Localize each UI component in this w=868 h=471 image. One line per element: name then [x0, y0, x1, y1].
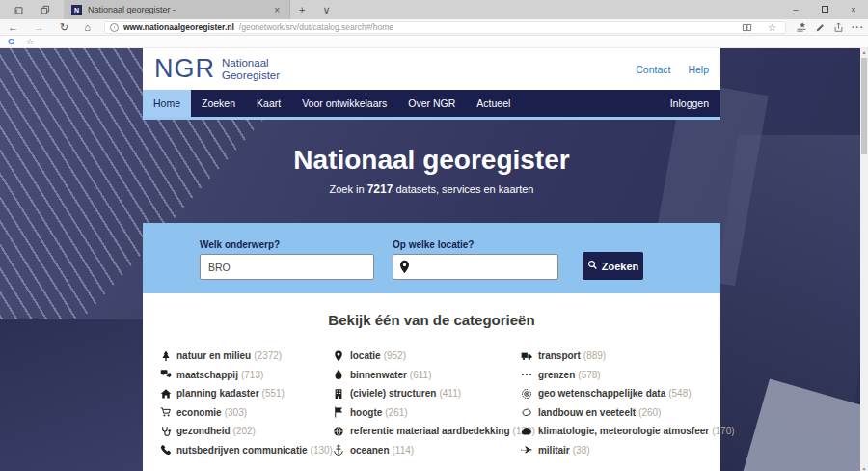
refresh-icon[interactable]: ↻ — [52, 21, 76, 34]
browser-titlebar: N Nationaal georegister - × + ∨ – × — [0, 0, 868, 19]
nav-items: HomeZoekenKaartVoor ontwikkelaarsOver NG… — [143, 90, 521, 117]
category-item[interactable]: grenzen(578) — [521, 366, 735, 385]
category-item[interactable]: hoogte(261) — [333, 403, 521, 423]
hub-favorites-icon[interactable] — [792, 21, 811, 33]
category-item[interactable]: economie(303) — [159, 403, 333, 423]
site-favicon: N — [71, 5, 82, 15]
subtitle-suffix: datasets, services en kaarten — [393, 183, 533, 195]
category-label: landbouw en veeteelt — [538, 407, 636, 418]
category-item[interactable]: klimatologie, meteorologie atmosfeer(170… — [521, 422, 735, 441]
browser-tab[interactable]: N Nationaal georegister - × — [64, 0, 290, 19]
search-button[interactable]: Zoeken — [583, 252, 643, 280]
category-item[interactable]: geo wetenschappelijke data(548) — [521, 384, 735, 403]
nav-item-actueel[interactable]: Actueel — [466, 90, 521, 117]
tree-icon — [159, 350, 172, 362]
category-item[interactable]: locatie(952) — [333, 346, 521, 366]
set-tabs-aside-icon[interactable] — [10, 5, 28, 15]
contact-link[interactable]: Contact — [636, 64, 670, 75]
category-count: (114) — [393, 445, 415, 456]
scrollbar-down-icon[interactable]: ▼ — [860, 465, 868, 471]
stethoscope-icon — [159, 426, 172, 437]
category-label: grenzen — [538, 370, 575, 380]
ngr-logo[interactable]: NGR Nationaal Georegister — [154, 56, 280, 82]
category-label: planning kadaster — [176, 388, 259, 399]
favorite-star-icon[interactable]: ☆ — [764, 22, 780, 33]
tabs-youve-set-aside-icon[interactable] — [36, 5, 54, 15]
category-count: (611) — [410, 370, 432, 380]
category-item[interactable]: referentie materiaal aardbedekking(186) — [333, 422, 521, 441]
browser-home-icon[interactable]: ⌂ — [76, 21, 98, 33]
window-close-button[interactable]: × — [839, 5, 868, 14]
dots-icon — [521, 369, 533, 380]
category-column: transport(889)grenzen(578)geo wetenschap… — [521, 346, 735, 459]
address-bar[interactable]: i www.nationaalgeoregister.nl /geonetwor… — [104, 21, 786, 34]
location-input[interactable] — [393, 254, 558, 280]
forward-icon[interactable]: → — [26, 21, 52, 33]
nav-item-kaart[interactable]: Kaart — [246, 90, 291, 117]
category-item[interactable]: gezondheid(202) — [159, 422, 333, 441]
category-count: (38) — [573, 445, 590, 456]
bookmark-star-favicon[interactable]: ☆ — [26, 37, 34, 46]
nav-item-inloggen[interactable]: Inloggen — [659, 90, 720, 117]
nav-item-over-ngr[interactable]: Over NGR — [397, 90, 466, 117]
logo-text: Nationaal Georegister — [222, 57, 280, 81]
nav-item-home[interactable]: Home — [143, 90, 191, 117]
category-count: (548) — [668, 388, 691, 399]
main-navigation: HomeZoekenKaartVoor ontwikkelaarsOver NG… — [143, 90, 720, 120]
category-item[interactable]: natuur en milieu(2372) — [159, 346, 333, 366]
ink-notes-icon[interactable] — [811, 22, 829, 33]
window-minimize-button[interactable]: – — [781, 5, 810, 14]
search-icon — [587, 260, 598, 272]
new-tab-button[interactable]: + — [290, 0, 313, 19]
bookmarks-bar: G ☆ — [0, 36, 868, 48]
page-title: Nationaal georegister — [143, 120, 720, 176]
window-maximize-button[interactable] — [810, 5, 839, 14]
nav-item-zoeken[interactable]: Zoeken — [191, 90, 246, 117]
category-count: (578) — [578, 370, 600, 380]
hero-section: Nationaal georegister Zoek in 7217 datas… — [143, 120, 720, 223]
category-label: gezondheid — [176, 426, 231, 436]
category-label: natuur en milieu — [176, 350, 251, 361]
logo-line1: Nationaal — [222, 57, 269, 69]
scrollbar-thumb[interactable] — [861, 58, 867, 154]
category-item[interactable]: binnenwater(611) — [333, 366, 521, 385]
help-link[interactable]: Help — [688, 64, 709, 75]
category-item[interactable]: oceanen(114) — [333, 441, 521, 460]
share-icon[interactable] — [829, 22, 848, 33]
google-bookmark-favicon[interactable]: G — [8, 37, 14, 46]
back-icon[interactable]: ← — [0, 21, 26, 33]
category-label: transport — [538, 350, 581, 361]
category-item[interactable]: maatschappij(713) — [159, 366, 333, 385]
page-scrollbar[interactable]: ▲ ▼ — [860, 48, 868, 471]
header-links: Contact Help — [636, 64, 709, 75]
scrollbar-up-icon[interactable]: ▲ — [860, 48, 868, 57]
reading-view-icon[interactable] — [738, 22, 756, 33]
category-count: (260) — [638, 407, 661, 418]
category-item[interactable]: nutsbedrijven communicatie(130) — [159, 441, 333, 460]
location-label: Op welke locatie? — [393, 239, 558, 250]
category-item[interactable]: militair(38) — [521, 441, 735, 460]
location-pin-icon — [398, 260, 411, 278]
tab-close-icon[interactable]: × — [272, 5, 282, 15]
cloud-icon — [521, 426, 533, 437]
site-info-icon[interactable]: i — [110, 23, 119, 32]
category-count: (202) — [233, 426, 256, 436]
categories-heading: Bekijk één van de categorieën — [143, 312, 720, 328]
category-item[interactable]: planning kadaster(551) — [159, 384, 333, 403]
category-item[interactable]: transport(889) — [521, 346, 735, 366]
category-label: (civiele) structuren — [350, 388, 436, 399]
pin-icon — [333, 350, 345, 362]
flag-icon — [333, 406, 345, 418]
nav-item-voor-ontwikkelaars[interactable]: Voor ontwikkelaars — [291, 90, 397, 117]
page-content: NGR Nationaal Georegister Contact Help H… — [143, 48, 720, 471]
category-count: (952) — [384, 350, 406, 361]
category-column: natuur en milieu(2372)maatschappij(713)p… — [159, 346, 333, 459]
target-icon — [521, 388, 533, 400]
category-item[interactable]: landbouw en veeteelt(260) — [521, 403, 735, 423]
category-item[interactable]: (civiele) structuren(411) — [333, 384, 521, 403]
outline-icon — [521, 406, 533, 418]
topic-input[interactable] — [200, 254, 374, 280]
tab-preview-icon[interactable]: ∨ — [313, 0, 339, 19]
more-menu-icon[interactable]: ··· — [848, 22, 868, 33]
subtitle-prefix: Zoek in — [330, 183, 367, 195]
